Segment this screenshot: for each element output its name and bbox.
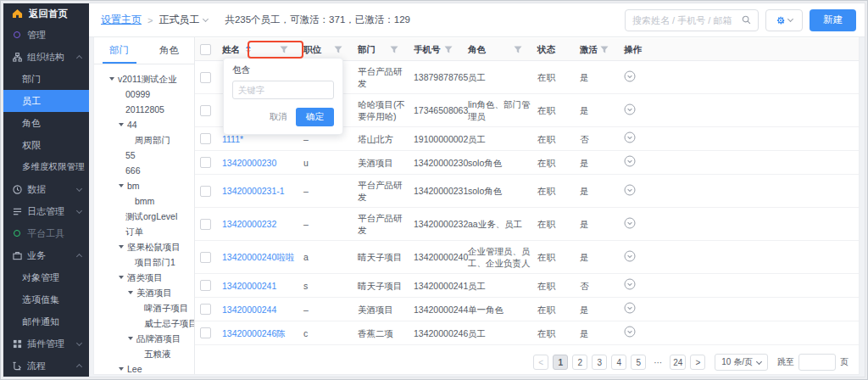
filter-funnel-icon[interactable] xyxy=(514,46,522,53)
row-checkbox[interactable] xyxy=(200,219,211,230)
pagination-page-button[interactable]: 5 xyxy=(631,355,646,370)
sidebar-item-选项值集[interactable]: 选项值集 xyxy=(3,288,89,310)
sidebar-item-角色[interactable]: 角色 xyxy=(3,112,89,134)
row-checkbox[interactable] xyxy=(200,105,211,116)
tree-expand-icon[interactable] xyxy=(119,123,124,126)
tree-node[interactable]: v2011测试企业 xyxy=(94,71,194,87)
jump-page-input[interactable] xyxy=(798,354,836,371)
tree-expand-icon[interactable] xyxy=(128,337,133,340)
sidebar-item-部门[interactable]: 部门 xyxy=(3,68,89,90)
sidebar-item-数据[interactable]: 数据 xyxy=(3,178,89,200)
filter-funnel-icon[interactable] xyxy=(280,46,288,53)
tree-node[interactable]: 品牌酒项目 xyxy=(94,331,194,346)
row-actions-icon[interactable] xyxy=(624,184,636,196)
filter-cancel-button[interactable]: 取消 xyxy=(270,111,287,123)
sidebar-item-业务[interactable]: 业务 xyxy=(3,244,89,266)
employee-name-link[interactable]: 13420000241 xyxy=(222,281,276,291)
row-checkbox[interactable] xyxy=(200,280,211,291)
breadcrumb-link[interactable]: 设置主页 xyxy=(101,13,142,27)
sidebar-item-邮件通知[interactable]: 邮件通知 xyxy=(3,310,89,332)
tree-node[interactable]: 00999 xyxy=(94,87,194,102)
row-checkbox[interactable] xyxy=(200,157,211,168)
employee-name-link[interactable]: 13420000232 xyxy=(222,219,276,229)
tree-tab-部门[interactable]: 部门 xyxy=(94,37,144,64)
sidebar-item-管理[interactable]: 管理 xyxy=(3,24,89,46)
pagination-page-button[interactable]: 3 xyxy=(592,355,607,370)
tree-expand-icon[interactable] xyxy=(119,276,124,279)
tree-node[interactable]: 周周部门 xyxy=(94,132,194,148)
employee-name-link[interactable]: 13420000240啦啦 xyxy=(222,252,294,262)
sidebar-item-多维度权限管理[interactable]: 多维度权限管理 xyxy=(3,156,89,178)
sidebar-item-插件管理[interactable]: 插件管理 xyxy=(3,332,89,355)
employee-name-link[interactable]: 1111* xyxy=(222,134,243,144)
row-checkbox[interactable] xyxy=(200,327,211,338)
sidebar-item-流程[interactable]: 流程 xyxy=(3,355,89,377)
tree-node[interactable]: bm xyxy=(94,178,194,193)
sort-icon[interactable] xyxy=(246,45,251,53)
tree-node[interactable]: 美酒项目 xyxy=(94,285,194,300)
select-all-checkbox[interactable] xyxy=(200,44,211,55)
sidebar-item-对象管理[interactable]: 对象管理 xyxy=(3,266,89,288)
row-actions-icon[interactable] xyxy=(624,278,636,290)
employee-name-link[interactable]: 13420000230 xyxy=(222,158,276,168)
row-checkbox[interactable] xyxy=(200,72,211,83)
row-checkbox[interactable] xyxy=(200,133,211,144)
sidebar-item-日志管理[interactable]: 日志管理 xyxy=(3,200,89,222)
row-actions-icon[interactable] xyxy=(624,326,636,338)
filter-funnel-icon[interactable] xyxy=(444,46,453,53)
breadcrumb-current[interactable]: 正式员工 xyxy=(159,13,199,27)
tree-node[interactable]: bmm xyxy=(94,193,194,209)
row-actions-icon[interactable] xyxy=(624,70,636,82)
create-button[interactable]: 新建 xyxy=(810,9,856,31)
tree-node[interactable]: Lee xyxy=(94,361,194,374)
row-checkbox[interactable] xyxy=(200,252,211,263)
tree-node[interactable]: 测试orgLevel xyxy=(94,209,194,224)
filter-funnel-icon[interactable] xyxy=(390,46,398,53)
tree-node[interactable]: 项目部门1 xyxy=(94,254,194,270)
pagination-prev-button[interactable]: < xyxy=(533,355,548,370)
tree-expand-icon[interactable] xyxy=(119,245,124,249)
tree-node[interactable]: 酒类项目 xyxy=(94,270,194,285)
row-actions-icon[interactable] xyxy=(624,302,636,314)
tree-node[interactable]: 666 xyxy=(94,163,194,178)
row-actions-icon[interactable] xyxy=(624,131,636,143)
search-icon[interactable] xyxy=(742,15,751,25)
employee-name-link[interactable]: 13420000231-1 xyxy=(222,186,285,196)
tree-node[interactable]: 55 xyxy=(94,148,194,163)
sidebar-item-权限[interactable]: 权限 xyxy=(3,134,89,156)
pagination-page-button[interactable]: 2 xyxy=(572,355,587,370)
filter-keyword-input[interactable] xyxy=(232,81,334,99)
filter-confirm-button[interactable]: 确定 xyxy=(296,108,334,126)
employee-name-link[interactable]: 13420000244 xyxy=(222,305,276,315)
tree-expand-icon[interactable] xyxy=(119,367,124,371)
row-actions-icon[interactable] xyxy=(624,103,636,115)
sidebar-home-button[interactable]: 返回首页 xyxy=(3,3,89,24)
chevron-down-icon[interactable] xyxy=(203,16,209,22)
tree-tab-角色[interactable]: 角色 xyxy=(144,37,194,64)
row-checkbox[interactable] xyxy=(200,304,211,315)
tree-node[interactable]: 订单 xyxy=(94,224,194,239)
search-input[interactable] xyxy=(632,15,742,25)
row-actions-icon[interactable] xyxy=(624,250,636,262)
tree-expand-icon[interactable] xyxy=(128,291,133,294)
tree-expand-icon[interactable] xyxy=(119,184,124,187)
filter-funnel-icon[interactable] xyxy=(334,46,342,53)
tree-node[interactable]: 44 xyxy=(94,117,194,132)
pagination-page-button[interactable]: 1 xyxy=(553,355,568,370)
tree-node[interactable]: 啤酒子项目 xyxy=(94,300,194,316)
pagination-next-button[interactable]: > xyxy=(690,355,705,370)
tree-node[interactable]: 20112805 xyxy=(94,102,194,117)
employee-name-link[interactable]: 13420000246陈 xyxy=(222,328,286,338)
tree-expand-icon[interactable] xyxy=(109,77,114,81)
settings-dropdown-button[interactable] xyxy=(765,9,803,31)
row-actions-icon[interactable] xyxy=(624,155,636,167)
tree-node[interactable]: 坚果松鼠项目 xyxy=(94,239,194,254)
pagination-page-button[interactable]: 24 xyxy=(670,355,686,370)
sidebar-item-员工[interactable]: 员工 xyxy=(3,90,89,112)
row-actions-icon[interactable] xyxy=(624,217,636,229)
tree-node[interactable]: 威士忌子项目 xyxy=(94,316,194,331)
tree-node[interactable]: 五粮液 xyxy=(94,346,194,361)
pagination-page-button[interactable]: 4 xyxy=(611,355,626,370)
sidebar-item-平台工具[interactable]: 平台工具 xyxy=(3,222,89,244)
row-checkbox[interactable] xyxy=(200,186,211,197)
